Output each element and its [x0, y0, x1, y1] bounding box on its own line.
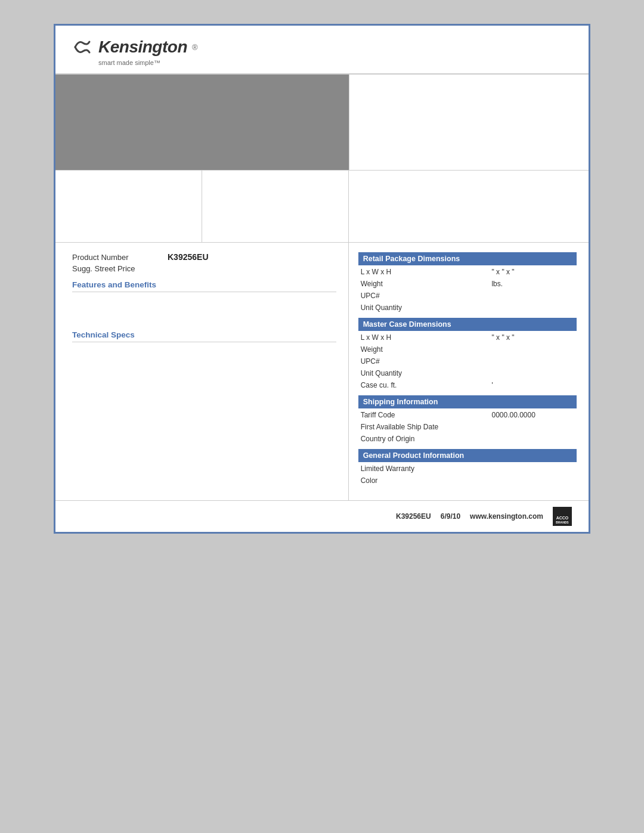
acco-logo: ACCO BRANDS: [553, 507, 572, 526]
master-cuft-label: Case cu. ft.: [358, 379, 490, 391]
image-section: [55, 74, 589, 171]
retail-unit-qty-value: [489, 301, 577, 313]
table-row: Weight: [358, 343, 577, 355]
master-unit-qty-label: Unit Quantity: [358, 367, 490, 379]
master-cuft-value: ': [489, 379, 577, 391]
tech-specs-content: [72, 347, 336, 466]
thumbnail-2: [202, 171, 349, 242]
master-dimensions-value: " x " x ": [489, 331, 577, 343]
master-upc-label: UPC#: [358, 355, 490, 367]
retail-package-table: L x W x H " x " x " Weight lbs. UPC# Uni…: [358, 265, 577, 313]
features-content: [72, 297, 336, 321]
logo-text: Kensington ®: [72, 36, 572, 58]
svg-text:ACCO: ACCO: [556, 516, 569, 520]
footer-product-code: K39256EU: [396, 512, 431, 521]
shipping-header: Shipping Information: [358, 395, 577, 408]
retail-upc-label: UPC#: [358, 289, 490, 301]
warranty-label: Limited Warranty: [358, 462, 490, 474]
table-row: Unit Quantity: [358, 301, 577, 313]
general-info-table: Limited Warranty Color: [358, 462, 577, 486]
thumbnail-1: [55, 171, 202, 242]
right-column: Retail Package Dimensions L x W x H " x …: [349, 243, 589, 500]
table-row: L x W x H " x " x ": [358, 331, 577, 343]
retail-dimensions-value: " x " x ": [489, 265, 577, 277]
footer: K39256EU 6/9/10 www.kensington.com ACCO …: [55, 500, 589, 532]
kensington-icon: [72, 36, 94, 58]
street-price-row: Sugg. Street Price: [72, 264, 336, 273]
table-row: L x W x H " x " x ": [358, 265, 577, 277]
retail-dimensions-label: L x W x H: [358, 265, 490, 277]
table-row: UPC#: [358, 289, 577, 301]
footer-date: 6/9/10: [441, 512, 460, 521]
retail-weight-label: Weight: [358, 277, 490, 289]
street-price-label: Sugg. Street Price: [72, 264, 168, 273]
table-row: Country of Origin: [358, 432, 577, 444]
master-unit-qty-value: [489, 367, 577, 379]
logo-tagline: smart made simple™: [98, 59, 572, 66]
header: Kensington ® smart made simple™: [55, 26, 589, 74]
origin-label: Country of Origin: [358, 432, 490, 444]
left-column: Product Number K39256EU Sugg. Street Pri…: [55, 243, 349, 500]
svg-text:BRANDS: BRANDS: [556, 521, 569, 524]
retail-unit-qty-label: Unit Quantity: [358, 301, 490, 313]
master-case-table: L x W x H " x " x " Weight UPC# Unit Qua…: [358, 331, 577, 391]
shipping-table: Tariff Code 0000.00.0000 First Available…: [358, 408, 577, 444]
origin-value: [489, 432, 577, 444]
features-heading: Features and Benefits: [72, 280, 336, 292]
master-dimensions-label: L x W x H: [358, 331, 490, 343]
logo-area: Kensington ® smart made simple™: [72, 36, 572, 66]
table-row: Unit Quantity: [358, 367, 577, 379]
table-row: Color: [358, 474, 577, 486]
table-row: First Available Ship Date: [358, 420, 577, 432]
master-case-header: Master Case Dimensions: [358, 318, 577, 331]
side-product-image: [349, 75, 589, 170]
retail-upc-value: [489, 289, 577, 301]
product-number-row: Product Number K39256EU: [72, 252, 336, 262]
logo-name: Kensington: [98, 38, 187, 57]
tech-specs-heading: Technical Specs: [72, 330, 336, 342]
content-area: Product Number K39256EU Sugg. Street Pri…: [55, 243, 589, 500]
tariff-label: Tariff Code: [358, 408, 490, 420]
tariff-value: 0000.00.0000: [489, 408, 577, 420]
warranty-value: [489, 462, 577, 474]
thumbnail-3: [349, 171, 589, 242]
product-number-value: K39256EU: [168, 252, 209, 262]
product-sheet: Kensington ® smart made simple™ Product …: [54, 24, 590, 534]
color-label: Color: [358, 474, 490, 486]
retail-package-header: Retail Package Dimensions: [358, 252, 577, 265]
ship-date-label: First Available Ship Date: [358, 420, 490, 432]
main-product-image: [55, 75, 349, 170]
product-number-label: Product Number: [72, 253, 168, 262]
table-row: Case cu. ft. ': [358, 379, 577, 391]
master-weight-value: [489, 343, 577, 355]
general-info-header: General Product Information: [358, 449, 577, 462]
ship-date-value: [489, 420, 577, 432]
master-weight-label: Weight: [358, 343, 490, 355]
table-row: Limited Warranty: [358, 462, 577, 474]
table-row: Tariff Code 0000.00.0000: [358, 408, 577, 420]
thumbnail-row: [55, 171, 589, 243]
footer-website: www.kensington.com: [470, 512, 543, 521]
table-row: UPC#: [358, 355, 577, 367]
retail-weight-value: lbs.: [489, 277, 577, 289]
table-row: Weight lbs.: [358, 277, 577, 289]
color-value: [489, 474, 577, 486]
master-upc-value: [489, 355, 577, 367]
